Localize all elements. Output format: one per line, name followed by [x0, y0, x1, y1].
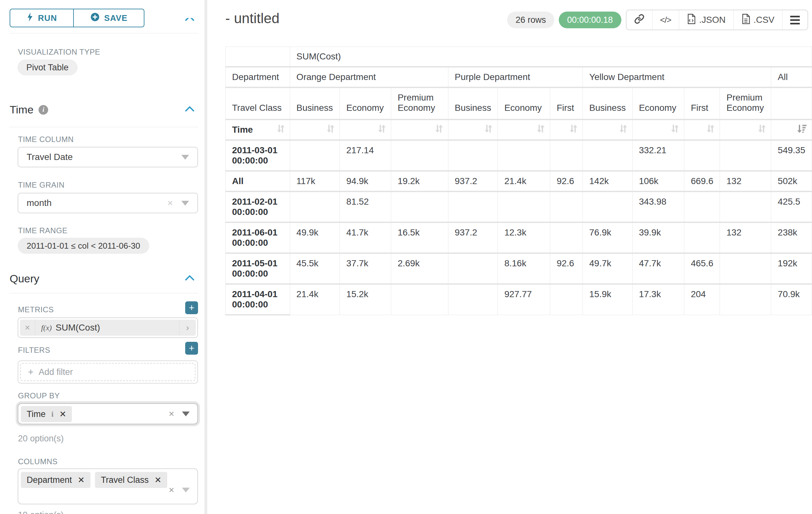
pivot-cell [448, 140, 498, 171]
pivot-group-header: Yellow Department [583, 67, 771, 87]
plus-icon: + [28, 367, 34, 377]
columns-select[interactable]: Department ✕ Travel Class ✕ × [18, 468, 198, 504]
clear-all-icon[interactable]: × [169, 484, 174, 495]
pivot-sort-column[interactable] [771, 119, 812, 140]
sort-desc-icon[interactable] [796, 124, 807, 136]
pivot-cell [391, 191, 448, 222]
pivot-cell: 132 [720, 222, 771, 253]
pivot-sort-column[interactable] [391, 119, 448, 140]
run-button[interactable]: RUN [10, 9, 74, 27]
pivot-cell [720, 253, 771, 284]
sort-icon[interactable] [569, 124, 578, 136]
sort-icon[interactable] [276, 124, 285, 136]
sort-icon[interactable] [325, 124, 335, 136]
sort-icon[interactable] [757, 124, 766, 136]
time-collapse-chevron-icon[interactable] [185, 106, 195, 113]
clear-icon[interactable]: × [167, 197, 173, 209]
sort-icon[interactable] [434, 124, 443, 136]
columns-tag-travel-class[interactable]: Travel Class ✕ [95, 472, 167, 488]
add-filter-plus-button[interactable]: + [185, 342, 198, 355]
sort-icon[interactable] [618, 124, 628, 136]
remove-tag-icon[interactable]: ✕ [78, 475, 85, 485]
pivot-sort-column[interactable] [720, 119, 771, 140]
pivot-cell: 15.9k [583, 284, 633, 315]
time-grain-select[interactable]: month × [18, 193, 198, 213]
pivot-cell: 15.2k [340, 284, 391, 315]
pivot-cell: 92.6 [550, 253, 583, 284]
export-csv-button[interactable]: .CSV [733, 10, 782, 30]
embed-code-button[interactable]: </> [652, 10, 679, 30]
pivot-sort-column[interactable] [684, 119, 720, 140]
sort-icon[interactable] [377, 124, 386, 136]
code-icon: </> [660, 15, 671, 25]
pivot-cell: 669.6 [684, 171, 720, 191]
time-range-label: TIME RANGE [18, 226, 67, 235]
select-controls: × [169, 408, 190, 419]
more-options-button[interactable] [782, 10, 808, 30]
select-controls: × [169, 484, 190, 495]
remove-tag-icon[interactable]: ✕ [59, 409, 66, 419]
sidebar-scrollbar[interactable] [204, 0, 207, 514]
pivot-cell [448, 191, 498, 222]
sort-icon[interactable] [483, 124, 493, 136]
sort-icon[interactable] [536, 124, 545, 136]
viz-type-pill[interactable]: Pivot Table [18, 60, 77, 75]
add-metric-button[interactable]: + [185, 301, 198, 314]
pivot-sort-column[interactable] [583, 119, 633, 140]
group-by-select[interactable]: Time i ✕ × [18, 403, 198, 424]
add-filter-button[interactable]: + Add filter [20, 363, 196, 381]
pivot-cell: 502k [771, 171, 812, 191]
columns-tag-department[interactable]: Department ✕ [21, 472, 90, 488]
pivot-class-header [771, 87, 812, 119]
pivot-sort-column[interactable] [448, 119, 498, 140]
time-column-select[interactable]: Travel Date [18, 147, 198, 167]
group-by-label: GROUP BY [18, 391, 60, 400]
chevron-down-icon[interactable] [182, 488, 190, 492]
pivot-sort-column[interactable] [290, 119, 340, 140]
pivot-group-header: Orange Department [290, 67, 448, 87]
copy-link-button[interactable] [627, 10, 652, 30]
time-column-label: TIME COLUMN [18, 135, 74, 144]
chevron-down-icon [181, 201, 189, 206]
pivot-cell: 19.2k [391, 171, 448, 191]
pivot-class-header: Premium Economy [391, 87, 448, 119]
sort-icon[interactable] [705, 124, 715, 136]
pivot-cell: 937.2 [448, 171, 498, 191]
pivot-cell: 8.16k [498, 253, 550, 284]
pivot-cell: 21.4k [498, 171, 550, 191]
remove-metric-icon[interactable]: × [20, 320, 35, 336]
chart-title[interactable]: - untitled [225, 10, 280, 26]
group-by-tag-time[interactable]: Time i ✕ [21, 406, 72, 422]
pivot-sort-time[interactable]: Time [226, 119, 290, 140]
query-collapse-chevron-icon[interactable] [185, 275, 195, 282]
pivot-sort-column[interactable] [498, 119, 550, 140]
time-range-pill[interactable]: 2011-01-01 ≤ col < 2011-06-30 [18, 238, 149, 254]
remove-tag-icon[interactable]: ✕ [154, 475, 162, 485]
clear-all-icon[interactable]: × [169, 408, 174, 419]
pivot-class-header: Business [583, 87, 633, 119]
export-json-button[interactable]: .JSON [679, 10, 733, 30]
export-json-label: .JSON [699, 15, 725, 25]
add-filter-label: Add filter [39, 367, 73, 377]
pivot-cell: 12.3k [498, 222, 550, 253]
save-button[interactable]: SAVE [73, 9, 144, 27]
pivot-cell: 81.52 [340, 191, 391, 222]
chevron-down-icon[interactable] [182, 411, 190, 416]
metric-name: SUM(Cost) [56, 323, 100, 333]
chevron-right-icon[interactable]: › [179, 320, 196, 336]
metric-pill[interactable]: × f(x) SUM(Cost) › [20, 320, 196, 336]
pivot-sort-column[interactable] [340, 119, 391, 140]
pivot-row-header: 2011-02-01 00:00:00 [226, 191, 290, 222]
sort-icon[interactable] [670, 124, 679, 136]
pivot-cell: 37.7k [340, 253, 391, 284]
pivot-class-header: Business [290, 87, 340, 119]
pivot-cell [720, 191, 771, 222]
pivot-row-header: 2011-04-01 00:00:00 [226, 284, 290, 315]
pivot-class-header: First [684, 87, 720, 119]
pivot-cell [448, 284, 498, 315]
pivot-class-header: Economy [340, 87, 391, 119]
pivot-sort-column[interactable] [632, 119, 684, 140]
pivot-sort-column[interactable] [550, 119, 583, 140]
time-section-title: Time [10, 104, 33, 116]
pivot-table-container: SUM(Cost)DepartmentOrange DepartmentPurp… [225, 47, 812, 316]
